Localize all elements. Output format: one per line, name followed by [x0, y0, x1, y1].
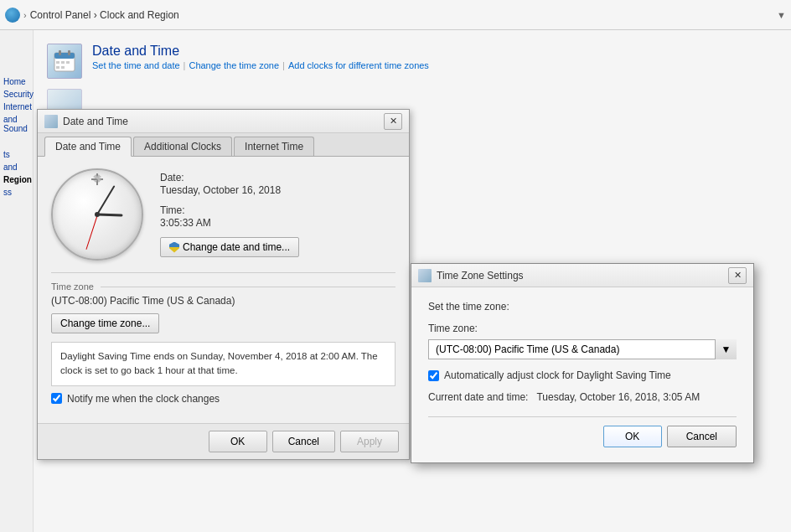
cp-calendar-icon	[47, 44, 82, 79]
tz-dialog-content: Set the time zone: Time zone: (UTC-08:00…	[411, 287, 753, 462]
notify-checkbox[interactable]	[51, 393, 62, 404]
datetime-cancel-button[interactable]: Cancel	[272, 431, 335, 452]
datetime-content: Date: Tuesday, October 16, 2018 Time: 3:…	[38, 157, 409, 423]
address-path: Control Panel › Clock and Region	[30, 9, 179, 21]
change-datetime-label: Change date and time...	[183, 241, 290, 253]
change-timezone-button[interactable]: Change time zone...	[51, 313, 159, 333]
svg-rect-5	[61, 61, 65, 64]
svg-rect-1	[54, 53, 75, 59]
svg-rect-4	[56, 61, 59, 64]
clock-hour-hand	[97, 214, 122, 217]
cp-sep2: |	[282, 60, 285, 70]
datetime-info: Date: Tuesday, October 16, 2018 Time: 3:…	[160, 172, 299, 257]
tab-internet-time[interactable]: Internet Time	[234, 137, 314, 156]
nav-region[interactable]: Region	[3, 173, 32, 186]
cp-title: Date and Time	[92, 44, 429, 59]
datetime-apply-button[interactable]: Apply	[340, 431, 399, 452]
address-dropdown[interactable]: ▼	[777, 10, 786, 20]
tz-dialog-close[interactable]: ✕	[728, 267, 747, 284]
datetime-dialog-close[interactable]: ✕	[384, 113, 402, 130]
change-timezone-label: Change time zone...	[60, 318, 150, 329]
svg-rect-2	[59, 50, 61, 55]
address-bar: › Control Panel › Clock and Region ▼	[0, 0, 791, 30]
clock-area: Date: Tuesday, October 16, 2018 Time: 3:…	[51, 168, 396, 261]
tz-zone-label: Time zone:	[428, 323, 737, 334]
nav-sound[interactable]: and Sound	[3, 113, 32, 135]
shield-icon	[169, 242, 179, 253]
date-value: Tuesday, October 16, 2018	[160, 184, 299, 196]
tz-set-label: Set the time zone:	[428, 301, 737, 312]
datetime-dialog-icon	[44, 115, 58, 128]
cp-link-add-clocks[interactable]: Add clocks for different time zones	[288, 60, 429, 70]
nav-ss[interactable]: ss	[3, 186, 32, 199]
svg-rect-7	[56, 66, 59, 69]
tz-dst-checkbox-row: Automatically adjust clock for Daylight …	[428, 369, 737, 381]
nav-and[interactable]: and	[3, 161, 32, 173]
tz-settings-dialog: Time Zone Settings ✕ Set the time zone: …	[411, 263, 754, 463]
tz-current-label: Current date and time:	[428, 391, 528, 403]
nav-internet[interactable]: Internet	[3, 101, 32, 113]
tz-current-value: Tuesday, October 16, 2018, 3:05 AM	[536, 391, 700, 403]
nav-ts[interactable]: ts	[3, 148, 32, 161]
datetime-dialog-title: Date and Time	[63, 116, 384, 127]
notify-checkbox-row: Notify me when the clock changes	[51, 393, 396, 405]
time-value: 3:05:33 AM	[160, 217, 299, 229]
datetime-dialog-buttons: OK Cancel Apply	[38, 423, 409, 459]
datetime-dialog: Date and Time ✕ Date and Time Additional…	[37, 109, 410, 460]
cp-sep1: |	[184, 60, 186, 70]
cp-links: Set the time and date | Change the time …	[92, 60, 429, 70]
cp-link-change-zone[interactable]: Change the time zone	[189, 60, 279, 70]
tz-dst-label[interactable]: Automatically adjust clock for Daylight …	[444, 369, 671, 381]
svg-rect-3	[68, 50, 70, 55]
tz-dialog-title: Time Zone Settings	[437, 270, 728, 281]
cp-header-row: Date and Time Set the time and date | Ch…	[47, 39, 778, 85]
nav-security[interactable]: Security	[3, 88, 32, 101]
calendar-svg	[53, 49, 76, 73]
dst-info-box: Daylight Saving Time ends on Sunday, Nov…	[51, 342, 396, 386]
tz-dialog-icon	[418, 269, 432, 282]
clock-minute-hand	[96, 185, 115, 214]
date-label: Date:	[160, 172, 299, 183]
datetime-dialog-titlebar: Date and Time ✕	[38, 110, 409, 133]
cp-link-set-time[interactable]: Set the time and date	[92, 60, 180, 70]
tab-date-time[interactable]: Date and Time	[44, 137, 132, 157]
svg-rect-6	[66, 61, 70, 64]
tz-select[interactable]: (UTC-08:00) Pacific Time (US & Canada) (…	[428, 339, 737, 359]
svg-rect-8	[61, 66, 65, 69]
datetime-tabs: Date and Time Additional Clocks Internet…	[38, 133, 409, 157]
tz-dialog-buttons: OK Cancel	[428, 416, 737, 449]
timezone-section: Time zone (UTC-08:00) Pacific Time (US &…	[51, 272, 396, 333]
clock-center	[95, 212, 100, 217]
clock-face	[51, 168, 143, 261]
address-arrow1: ›	[23, 10, 27, 20]
timezone-section-label: Time zone	[51, 281, 396, 292]
change-datetime-button[interactable]: Change date and time...	[160, 237, 299, 257]
dst-message: Daylight Saving Time ends on Sunday, Nov…	[60, 351, 378, 375]
bg-nav-items: Home Security Internet and Sound ts and …	[3, 75, 32, 199]
timezone-value: (UTC-08:00) Pacific Time (US & Canada)	[51, 295, 396, 307]
tz-select-wrapper: (UTC-08:00) Pacific Time (US & Canada) (…	[428, 339, 737, 359]
time-label: Time:	[160, 204, 299, 216]
tz-dialog-titlebar: Time Zone Settings ✕	[411, 264, 753, 287]
clock-second-hand	[85, 214, 98, 250]
tz-cancel-button[interactable]: Cancel	[667, 426, 737, 447]
tz-ok-button[interactable]: OK	[603, 426, 662, 447]
tab-additional-clocks[interactable]: Additional Clocks	[133, 137, 232, 156]
notify-label[interactable]: Notify me when the clock changes	[67, 393, 220, 405]
tz-current-row: Current date and time: Tuesday, October …	[428, 391, 737, 403]
nav-home[interactable]: Home	[3, 75, 32, 88]
tz-dst-checkbox[interactable]	[428, 370, 439, 381]
nav-globe-icon	[5, 8, 20, 23]
datetime-ok-button[interactable]: OK	[209, 431, 267, 452]
cp-header-text: Date and Time Set the time and date | Ch…	[92, 44, 429, 70]
